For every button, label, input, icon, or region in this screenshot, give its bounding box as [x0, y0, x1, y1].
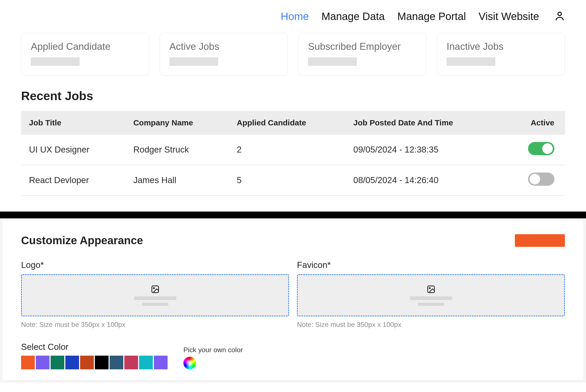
stat-applied-candidate: Applied Candidate [21, 33, 149, 76]
upload-placeholder-line [142, 303, 168, 306]
recent-jobs-title: Recent Jobs [21, 89, 565, 103]
color-swatch[interactable] [154, 356, 168, 369]
cell-applied: 2 [229, 135, 345, 165]
cell-active [504, 165, 565, 195]
stats-row: Applied Candidate Active Jobs Subscribed… [0, 33, 586, 76]
cell-applied: 5 [229, 165, 345, 195]
table-row: UI UX Designer Rodger Struck 2 09/05/202… [21, 135, 565, 165]
stat-value-placeholder [169, 57, 218, 66]
stat-active-jobs: Active Jobs [160, 33, 288, 76]
cell-job-title: React Devloper [21, 165, 125, 195]
appearance-title: Customize Appearance [21, 234, 143, 247]
upload-placeholder-line [418, 303, 444, 306]
favicon-dropzone[interactable] [297, 274, 565, 316]
color-swatch[interactable] [139, 356, 153, 369]
color-swatch[interactable] [36, 356, 50, 369]
recent-jobs-section: Recent Jobs Job Title Company Name Appli… [0, 76, 586, 196]
svg-point-4 [429, 288, 430, 289]
stat-value-placeholder [308, 57, 357, 66]
cell-company: Rodger Struck [125, 135, 229, 165]
appearance-wrap: Customize Appearance Logo* Note: Size mu… [0, 218, 586, 383]
stat-label: Inactive Jobs [447, 41, 555, 52]
select-color-group: Select Color [21, 342, 168, 369]
color-swatch[interactable] [51, 356, 64, 369]
active-toggle[interactable] [528, 173, 554, 186]
svg-point-0 [558, 12, 561, 16]
cell-company: James Hall [125, 165, 229, 195]
pick-own-color-label: Pick your own color [183, 346, 243, 354]
section-divider [0, 212, 586, 218]
col-active: Active [504, 111, 565, 135]
stat-label: Active Jobs [169, 41, 278, 52]
stat-inactive-jobs: Inactive Jobs [437, 33, 565, 76]
nav-home[interactable]: Home [281, 11, 309, 22]
color-swatches [21, 356, 168, 369]
logo-dropzone[interactable] [21, 274, 289, 316]
recent-jobs-table: Job Title Company Name Applied Candidate… [21, 111, 565, 196]
color-swatch[interactable] [80, 356, 94, 369]
stat-label: Applied Candidate [31, 41, 139, 52]
pick-color-group: Pick your own color [183, 346, 243, 369]
table-row: React Devloper James Hall 5 08/05/2024 -… [21, 165, 565, 195]
favicon-upload-column: Favicon* Note: Size must be 350px x 100p… [297, 260, 565, 329]
cell-job-title: UI UX Designer [21, 135, 125, 165]
active-toggle[interactable] [528, 142, 554, 155]
stat-value-placeholder [447, 57, 495, 66]
favicon-label: Favicon* [297, 260, 565, 270]
svg-point-2 [153, 288, 154, 289]
color-swatch[interactable] [124, 356, 138, 369]
col-company-name: Company Name [125, 111, 229, 135]
col-applied-candidate: Applied Candidate [229, 111, 345, 135]
logo-label: Logo* [21, 260, 289, 270]
appearance-panel: Customize Appearance Logo* Note: Size mu… [3, 221, 583, 380]
stat-value-placeholder [31, 57, 80, 66]
nav-visit-website[interactable]: Visit Website [478, 11, 539, 22]
stat-subscribed-employer: Subscribed Employer [298, 33, 426, 76]
top-nav: Home Manage Data Manage Portal Visit Web… [0, 0, 586, 33]
nav-manage-portal[interactable]: Manage Portal [397, 11, 466, 22]
logo-note: Note: Size must be 350px x 100px [21, 321, 289, 329]
upload-placeholder-line [134, 296, 176, 300]
appearance-action-button[interactable] [515, 234, 565, 247]
color-swatch[interactable] [65, 356, 79, 369]
color-swatch[interactable] [21, 356, 35, 369]
stat-label: Subscribed Employer [308, 41, 417, 52]
cell-posted: 09/05/2024 - 12:38:35 [345, 135, 504, 165]
col-job-title: Job Title [21, 111, 125, 135]
col-posted: Job Posted Date And Time [345, 111, 504, 135]
logo-upload-column: Logo* Note: Size must be 350px x 100px [21, 260, 289, 329]
cell-active [504, 135, 565, 165]
nav-manage-data[interactable]: Manage Data [321, 11, 385, 22]
color-swatch[interactable] [95, 356, 109, 369]
color-wheel-picker[interactable] [183, 357, 196, 369]
favicon-note: Note: Size must be 350px x 100px [297, 321, 565, 329]
user-icon[interactable] [554, 11, 565, 22]
color-swatch[interactable] [110, 356, 123, 369]
cell-posted: 08/05/2024 - 14:26:40 [345, 165, 504, 195]
upload-placeholder-line [410, 296, 452, 300]
image-icon [427, 285, 436, 294]
image-icon [151, 285, 160, 294]
select-color-label: Select Color [21, 342, 168, 352]
